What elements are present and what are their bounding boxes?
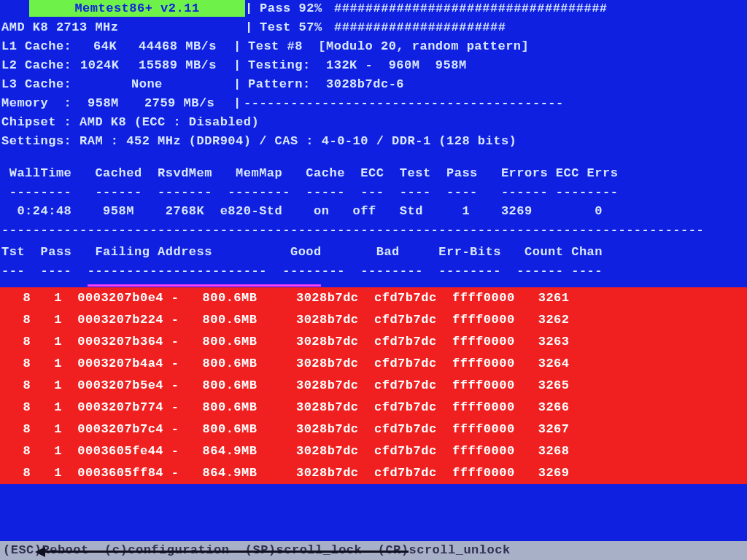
mem-label: Memory : [1, 96, 71, 110]
pass-pct: Pass 92% [260, 1, 322, 15]
error-row: 8 1 0003605fe44 - 864.9MB 3028b7dc cfd7b… [0, 440, 747, 462]
highlight-line [88, 284, 321, 287]
chipset-info: Chipset : AMD K8 (ECC : Disabled) [1, 115, 259, 129]
pipe-icon: | [233, 96, 241, 110]
l1-size: 64K [93, 39, 117, 53]
pipe-icon: | [245, 20, 253, 34]
pipe-icon: | [245, 1, 253, 15]
error-row: 8 1 0003207b774 - 800.6MB 3028b7dc cfd7b… [0, 397, 747, 419]
error-header: Tst Pass Failing Address Good Bad Err-Bi… [1, 245, 603, 259]
app-title: Memtest86+ v2.11 [29, 0, 245, 17]
test-bar: ###################### [334, 20, 506, 34]
error-row: 8 1 0003207b4a4 - 800.6MB 3028b7dc cfd7b… [0, 353, 747, 375]
error-row: 8 1 0003207b7c4 - 800.6MB 3028b7dc cfd7b… [0, 419, 747, 440]
memtest-screen: Memtest86+ v2.11 AMD K8 2713 MHz L1 Cach… [0, 0, 747, 560]
testing-range: Testing: 132K - 960M 958M [248, 58, 467, 72]
stats-header: WallTime Cached RsvdMem MemMap Cache ECC… [1, 166, 618, 180]
l2-bw: 15589 MB/s [139, 58, 217, 72]
mem-bw: 2759 MB/s [144, 96, 214, 110]
l2-label: L2 Cache: [1, 58, 71, 72]
error-row: 8 1 0003207b364 - 800.6MB 3028b7dc cfd7b… [0, 331, 747, 353]
pipe-icon: | [233, 39, 241, 53]
l1-label: L1 Cache: [1, 39, 71, 53]
error-table: 8 1 0003207b0e4 - 800.6MB 3028b7dc cfd7b… [0, 287, 747, 484]
error-row: 8 1 0003207b5e4 - 800.6MB 3028b7dc cfd7b… [0, 375, 747, 397]
error-row: 8 1 0003207b0e4 - 800.6MB 3028b7dc cfd7b… [0, 287, 747, 309]
error-row: 8 1 0003207b224 - 800.6MB 3028b7dc cfd7b… [0, 309, 747, 331]
l3-size: None [131, 77, 163, 91]
arrow-left-icon [44, 551, 409, 553]
stats-dashes: -------- ------ ------- -------- ----- -… [1, 185, 618, 199]
stats-values: 0:24:48 958M 2768K e820-Std on off Std 1… [1, 204, 603, 218]
test-desc: Test #8 [Modulo 20, random pattern] [248, 39, 529, 53]
error-row: 8 1 0003605ff84 - 864.9MB 3028b7dc cfd7b… [0, 462, 747, 484]
pattern: Pattern: 3028b7dc-6 [248, 77, 404, 91]
l1-bw: 44468 MB/s [139, 39, 217, 53]
long-dash-top: ----------------------------------------… [1, 223, 704, 237]
pipe-icon: | [233, 77, 241, 91]
pipe-icon: | [233, 58, 241, 72]
l3-label: L3 Cache: [1, 77, 71, 91]
pass-bar: ################################### [334, 1, 608, 15]
dash-sep: ----------------------------------------… [244, 96, 564, 110]
cpu-info: AMD K8 2713 MHz [1, 20, 119, 34]
settings-info: Settings: RAM : 452 MHz (DDR904) / CAS :… [1, 134, 516, 148]
mem-size: 958M [88, 96, 119, 110]
test-pct: Test 57% [260, 20, 322, 34]
error-dashes: --- ---- ----------------------- -------… [1, 264, 603, 278]
l2-size: 1024K [80, 58, 120, 72]
